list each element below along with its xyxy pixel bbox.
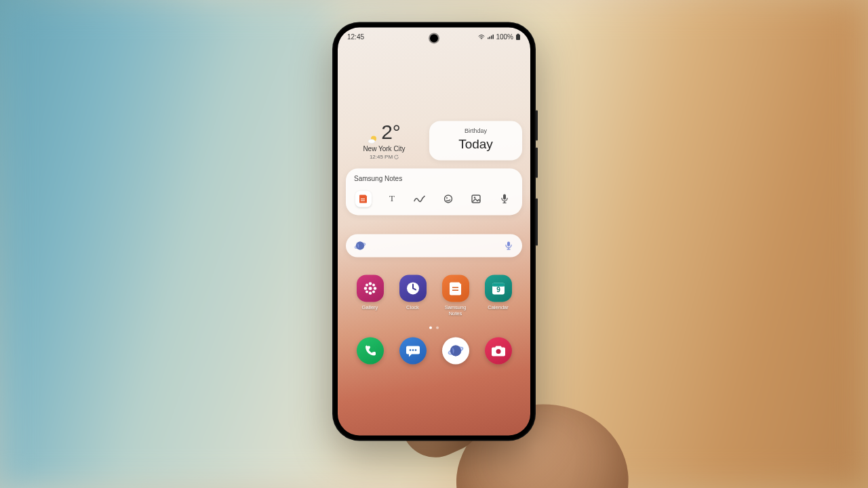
app-label: Gallery bbox=[353, 304, 388, 310]
calendar-icon: 9 bbox=[490, 279, 507, 297]
dock-internet[interactable] bbox=[442, 337, 469, 364]
notes-icon bbox=[449, 281, 462, 296]
svg-point-7 bbox=[444, 195, 452, 203]
app-calendar[interactable]: 9 Calendar bbox=[481, 274, 516, 317]
dock bbox=[346, 337, 522, 364]
calendar-event-label: Birthday bbox=[437, 127, 514, 134]
svg-point-16 bbox=[368, 287, 372, 290]
svg-rect-0 bbox=[516, 35, 520, 40]
svg-rect-27 bbox=[452, 287, 458, 288]
battery-icon bbox=[515, 33, 521, 40]
search-bar[interactable] bbox=[346, 234, 522, 257]
note-voice-icon[interactable] bbox=[496, 190, 513, 207]
app-samsung-notes[interactable]: Samsung Notes bbox=[438, 274, 473, 317]
weather-updated: 12:45 PM bbox=[370, 154, 393, 160]
calendar-day-label: Today bbox=[437, 137, 514, 152]
refresh-icon bbox=[394, 155, 399, 159]
app-row: Gallery Clock Samsung Notes bbox=[346, 274, 522, 317]
svg-rect-1 bbox=[517, 33, 519, 35]
svg-point-17 bbox=[368, 282, 372, 285]
phone-device: 12:45 100% 2° bbox=[332, 22, 536, 441]
dock-phone[interactable] bbox=[357, 337, 384, 364]
wifi-icon bbox=[478, 34, 485, 39]
svg-point-38 bbox=[496, 349, 500, 354]
app-label: Calendar bbox=[481, 304, 516, 310]
dock-camera[interactable] bbox=[485, 337, 512, 364]
svg-point-10 bbox=[474, 197, 475, 198]
svg-point-14 bbox=[356, 241, 364, 249]
svg-point-8 bbox=[446, 197, 448, 199]
page-indicator[interactable] bbox=[346, 326, 522, 329]
svg-point-18 bbox=[368, 291, 372, 295]
note-drawing-icon[interactable] bbox=[440, 190, 456, 207]
svg-point-22 bbox=[372, 283, 375, 286]
camera-icon bbox=[491, 344, 506, 357]
front-camera-hole bbox=[430, 34, 438, 42]
messages-icon bbox=[406, 344, 420, 357]
svg-point-21 bbox=[366, 283, 368, 286]
voice-search-icon[interactable] bbox=[505, 241, 514, 250]
svg-point-20 bbox=[373, 287, 376, 290]
dock-messages[interactable] bbox=[399, 337, 427, 364]
clock-icon bbox=[405, 280, 421, 296]
app-label: Samsung Notes bbox=[438, 304, 473, 317]
notes-widget[interactable]: Samsung Notes T bbox=[346, 168, 522, 215]
svg-rect-11 bbox=[503, 194, 506, 199]
battery-text: 100% bbox=[496, 33, 513, 41]
svg-point-37 bbox=[450, 345, 461, 356]
status-time: 12:45 bbox=[347, 33, 364, 41]
svg-point-32 bbox=[409, 349, 411, 351]
browser-icon bbox=[354, 239, 366, 251]
svg-point-24 bbox=[372, 290, 375, 293]
note-create-icon[interactable] bbox=[355, 190, 372, 207]
app-clock[interactable]: Clock bbox=[395, 274, 431, 317]
weather-temp: 2° bbox=[381, 121, 401, 144]
app-gallery[interactable]: Gallery bbox=[353, 274, 388, 317]
note-text-icon[interactable]: T bbox=[384, 190, 400, 207]
svg-rect-4 bbox=[361, 200, 365, 201]
weather-location: New York City bbox=[346, 145, 422, 152]
weather-partly-cloudy-icon bbox=[368, 127, 378, 138]
notes-widget-title: Samsung Notes bbox=[354, 175, 514, 182]
internet-icon bbox=[447, 342, 465, 359]
svg-point-33 bbox=[412, 349, 414, 351]
app-label: Clock bbox=[395, 304, 431, 310]
calendar-widget[interactable]: Birthday Today bbox=[429, 121, 522, 160]
svg-rect-15 bbox=[507, 241, 510, 246]
svg-rect-26 bbox=[452, 289, 458, 291]
phone-icon bbox=[363, 344, 377, 357]
weather-widget[interactable]: 2° New York City 12:45 PM bbox=[346, 121, 422, 160]
svg-rect-5 bbox=[361, 199, 365, 199]
gallery-icon bbox=[363, 281, 378, 296]
svg-point-34 bbox=[414, 349, 416, 351]
phone-screen[interactable]: 12:45 100% 2° bbox=[338, 27, 530, 435]
svg-point-3 bbox=[368, 139, 375, 143]
signal-icon bbox=[487, 34, 494, 39]
svg-point-19 bbox=[363, 287, 367, 290]
svg-point-23 bbox=[366, 290, 368, 293]
note-image-icon[interactable] bbox=[468, 190, 484, 207]
svg-text:T: T bbox=[389, 193, 395, 203]
svg-text:9: 9 bbox=[496, 286, 500, 293]
note-handwriting-icon[interactable] bbox=[412, 190, 428, 207]
